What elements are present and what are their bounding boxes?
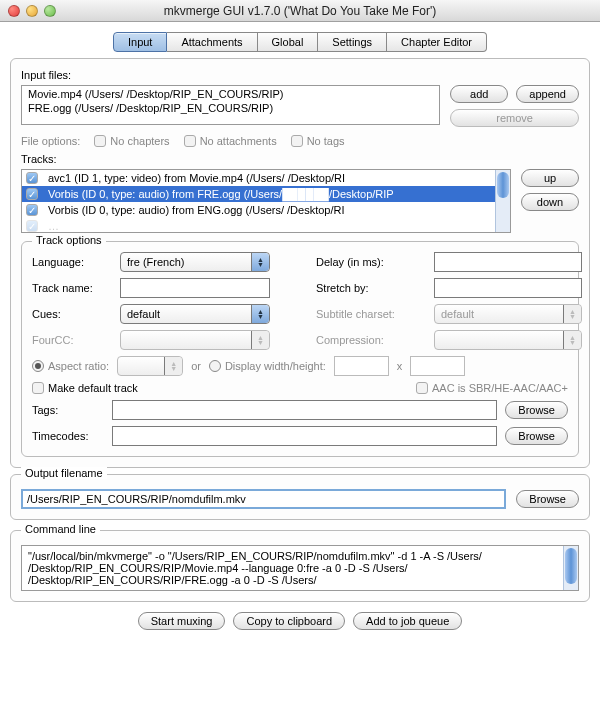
chevron-updown-icon: ▲▼ — [251, 253, 269, 271]
zoom-window-button[interactable] — [44, 5, 56, 17]
main-tabbar: Input Attachments Global Settings Chapte… — [0, 32, 600, 52]
timecodes-label: Timecodes: — [32, 430, 104, 442]
stretch-by-field[interactable] — [434, 278, 582, 298]
cues-select[interactable]: default▲▼ — [120, 304, 270, 324]
chevron-updown-icon: ▲▼ — [251, 305, 269, 323]
track-row[interactable]: Vorbis (ID 0, type: audio) from FRE.ogg … — [22, 186, 510, 202]
output-filename-field[interactable] — [21, 489, 506, 509]
compression-select: ▲▼ — [434, 330, 582, 350]
no-chapters-checkbox: No chapters — [94, 135, 169, 147]
chevron-updown-icon: ▲▼ — [251, 331, 269, 349]
track-options-legend: Track options — [32, 234, 106, 246]
track-checkbox[interactable] — [26, 204, 38, 216]
track-text: … — [48, 220, 59, 232]
tab-chapter-editor[interactable]: Chapter Editor — [387, 32, 487, 52]
start-muxing-button[interactable]: Start muxing — [138, 612, 226, 630]
input-files-label: Input files: — [21, 69, 579, 81]
command-line-group: Command line "/usr/local/bin/mkvmerge" -… — [10, 530, 590, 602]
subtitle-charset-select: default▲▼ — [434, 304, 582, 324]
language-label: Language: — [32, 256, 112, 268]
track-checkbox[interactable] — [26, 188, 38, 200]
tab-input[interactable]: Input — [113, 32, 167, 52]
tracks-scrollbar[interactable] — [495, 170, 510, 232]
track-name-label: Track name: — [32, 282, 112, 294]
tab-settings[interactable]: Settings — [318, 32, 387, 52]
tags-label: Tags: — [32, 404, 104, 416]
chevron-updown-icon: ▲▼ — [563, 305, 581, 323]
track-checkbox[interactable] — [26, 172, 38, 184]
input-pane: Input files: Movie.mp4 (/Users/ /Desktop… — [10, 58, 590, 468]
chevron-updown-icon: ▲▼ — [563, 331, 581, 349]
file-options-row: File options: No chapters No attachments… — [21, 135, 579, 147]
output-browse-button[interactable]: Browse — [516, 490, 579, 508]
add-button[interactable]: add — [450, 85, 508, 103]
window-titlebar: mkvmerge GUI v1.7.0 ('What Do You Take M… — [0, 0, 600, 22]
stretch-by-label: Stretch by: — [316, 282, 426, 294]
output-filename-group: Output filename Browse — [10, 474, 590, 520]
minimize-window-button[interactable] — [26, 5, 38, 17]
footer-buttons: Start muxing Copy to clipboard Add to jo… — [0, 612, 600, 630]
language-select[interactable]: fre (French)▲▼ — [120, 252, 270, 272]
tab-attachments[interactable]: Attachments — [167, 32, 257, 52]
tags-browse-button[interactable]: Browse — [505, 401, 568, 419]
append-button[interactable]: append — [516, 85, 579, 103]
scrollbar-thumb[interactable] — [565, 548, 577, 584]
fourcc-select: ▲▼ — [120, 330, 270, 350]
command-line-legend: Command line — [21, 523, 100, 535]
scrollbar-thumb[interactable] — [497, 172, 509, 198]
chevron-updown-icon: ▲▼ — [164, 357, 182, 375]
track-options-group: Track options Language: fre (French)▲▼ D… — [21, 241, 579, 457]
add-to-job-queue-button[interactable]: Add to job queue — [353, 612, 462, 630]
copy-to-clipboard-button[interactable]: Copy to clipboard — [233, 612, 345, 630]
track-text: Vorbis (ID 0, type: audio) from ENG.ogg … — [48, 204, 345, 216]
remove-button[interactable]: remove — [450, 109, 579, 127]
or-label: or — [191, 360, 201, 372]
track-row[interactable]: Vorbis (ID 0, type: audio) from ENG.ogg … — [22, 202, 510, 218]
timecodes-browse-button[interactable]: Browse — [505, 427, 568, 445]
input-file-item[interactable]: FRE.ogg (/Users/ /Desktop/RIP_EN_COURS/R… — [22, 101, 439, 115]
display-height-field — [410, 356, 465, 376]
aspect-ratio-select: ▲▼ — [117, 356, 183, 376]
track-row[interactable]: … — [22, 218, 510, 234]
display-wh-radio: Display width/height: — [209, 360, 326, 372]
cues-label: Cues: — [32, 308, 112, 320]
output-filename-legend: Output filename — [21, 467, 107, 479]
make-default-checkbox[interactable]: Make default track — [32, 382, 138, 394]
delay-field[interactable] — [434, 252, 582, 272]
tags-field[interactable] — [112, 400, 497, 420]
tracks-list[interactable]: avc1 (ID 1, type: video) from Movie.mp4 … — [21, 169, 511, 233]
no-tags-checkbox: No tags — [291, 135, 345, 147]
input-files-list[interactable]: Movie.mp4 (/Users/ /Desktop/RIP_EN_COURS… — [21, 85, 440, 125]
delay-label: Delay (in ms): — [316, 256, 426, 268]
input-file-item[interactable]: Movie.mp4 (/Users/ /Desktop/RIP_EN_COURS… — [22, 87, 439, 101]
timecodes-field[interactable] — [112, 426, 497, 446]
track-down-button[interactable]: down — [521, 193, 579, 211]
window-controls — [8, 5, 56, 17]
command-line-text: "/usr/local/bin/mkvmerge" -o "/Users/RIP… — [28, 550, 482, 586]
tracks-label: Tracks: — [21, 153, 579, 165]
close-window-button[interactable] — [8, 5, 20, 17]
aac-sbr-checkbox: AAC is SBR/HE-AAC/AAC+ — [416, 382, 568, 394]
compression-label: Compression: — [316, 334, 426, 346]
window-title: mkvmerge GUI v1.7.0 ('What Do You Take M… — [0, 4, 600, 18]
subtitle-charset-label: Subtitle charset: — [316, 308, 426, 320]
track-checkbox[interactable] — [26, 220, 38, 232]
track-text: avc1 (ID 1, type: video) from Movie.mp4 … — [48, 172, 345, 184]
cmd-scrollbar[interactable] — [563, 546, 578, 590]
aspect-ratio-radio: Aspect ratio: — [32, 360, 109, 372]
tab-global[interactable]: Global — [258, 32, 319, 52]
file-options-label: File options: — [21, 135, 80, 147]
no-attachments-checkbox: No attachments — [184, 135, 277, 147]
track-text: Vorbis (ID 0, type: audio) from FRE.ogg … — [48, 188, 394, 200]
fourcc-label: FourCC: — [32, 334, 112, 346]
track-name-field[interactable] — [120, 278, 270, 298]
command-line-box[interactable]: "/usr/local/bin/mkvmerge" -o "/Users/RIP… — [21, 545, 579, 591]
display-width-field — [334, 356, 389, 376]
x-label: x — [397, 360, 403, 372]
track-up-button[interactable]: up — [521, 169, 579, 187]
track-row[interactable]: avc1 (ID 1, type: video) from Movie.mp4 … — [22, 170, 510, 186]
